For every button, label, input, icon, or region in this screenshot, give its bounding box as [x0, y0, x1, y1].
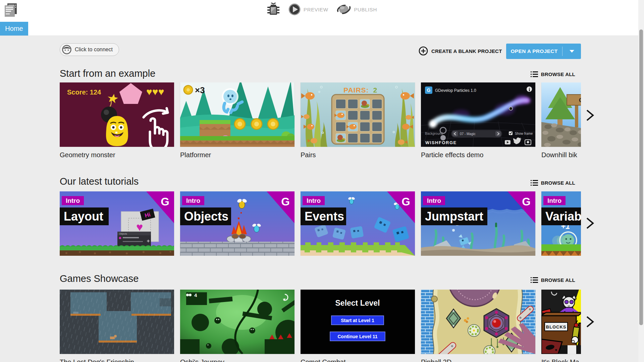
tab-home[interactable]: Home	[0, 22, 28, 36]
events-tutorial-art: G Intro Events	[301, 191, 415, 256]
preset-name: 07 - Magic	[460, 132, 476, 136]
card-thumbnail: G GDevelop Particles 1.0 Background	[421, 82, 535, 147]
tutorial-card-layout[interactable]: ♥ Hi Objects	[60, 191, 174, 256]
tutorial-card-jumpstart[interactable]: G Intro Jumpstart	[421, 191, 535, 256]
vertical-scrollbar-track[interactable]	[638, 0, 644, 362]
gdevelop-logo-icon: G	[281, 195, 290, 208]
particles-art: G GDevelop Particles 1.0 Background	[421, 82, 535, 147]
lives-counter: 4	[194, 292, 197, 298]
example-card-pairs[interactable]: PAIRS: 2	[301, 82, 415, 160]
showcase-card-pinball[interactable]: Pinball 2D	[421, 290, 535, 362]
tab-bar: Home	[0, 19, 644, 36]
card-title: The Lost Dog's Frienship	[60, 358, 174, 362]
example-card-platformer[interactable]: ×3 Platformer	[180, 82, 294, 160]
vertical-scrollbar-thumb[interactable]	[639, 29, 643, 325]
example-card-geometry-monster[interactable]: Score: 124 ♥♥♥	[60, 82, 174, 160]
showcase-card-oshi[interactable]: 4 Oshi's Journey	[180, 290, 294, 362]
examples-browse-all[interactable]: BROWSE ALL	[531, 69, 575, 79]
showcase-card-comet-combat[interactable]: Select Level Start at Level 1 Continue L…	[301, 290, 415, 362]
select-level-title: Select Level	[335, 299, 380, 307]
showcase-card-lost-dog[interactable]: The Lost Dog's Frienship	[60, 290, 174, 362]
showcase-browse-all[interactable]: BROWSE ALL	[531, 275, 575, 285]
connect-label: Click to connect	[75, 47, 113, 53]
tutorials-carousel: ♥ Hi Objects	[60, 191, 581, 256]
background-toggle-dark[interactable]	[440, 135, 446, 140]
downhill-bike-art: G	[541, 82, 581, 147]
continue-level-button[interactable]: Continue Level 11	[330, 332, 385, 341]
card-thumbnail	[60, 290, 174, 354]
pairs-hud-value: 2	[373, 86, 377, 94]
showcase-section-title: Games Showcase	[60, 273, 139, 284]
example-card-downhill-bike[interactable]: G	[541, 82, 581, 160]
card-thumbnail: BLOCKS	[541, 290, 581, 354]
preview-tool[interactable]: PREVIEW	[288, 3, 328, 15]
card-thumbnail: G Intro Jumpstart	[421, 191, 535, 256]
showcase-next-arrow-icon[interactable]	[584, 315, 596, 328]
preset-selector[interactable]	[451, 130, 502, 137]
geometry-monster-art: Score: 124 ♥♥♥	[60, 82, 174, 147]
tutorials-next-arrow-icon[interactable]	[584, 217, 596, 230]
youtube-icon[interactable]	[505, 140, 511, 144]
info-icon[interactable]	[527, 86, 532, 92]
debug-icon[interactable]	[267, 3, 280, 16]
list-icon	[531, 277, 538, 283]
examples-next-arrow-icon[interactable]	[584, 109, 596, 122]
score-text: Score: 124	[67, 88, 101, 96]
card-thumbnail: ×3	[180, 82, 294, 147]
example-card-particle-effects[interactable]: G GDevelop Particles 1.0 Background	[421, 82, 535, 160]
card-title: Oshi's Journey	[180, 358, 294, 362]
card-title: Comet Combat	[301, 358, 415, 362]
top-toolbar: PREVIEW PUBLISH	[0, 0, 644, 19]
tutorial-topic: Events	[305, 209, 344, 223]
drawer-label: BLOCKS	[546, 324, 567, 329]
intro-badge: Intro	[66, 197, 80, 204]
intro-badge: Intro	[307, 197, 321, 204]
layout-tutorial-art: ♥ Hi Objects	[60, 191, 174, 256]
pinball-art	[421, 290, 535, 354]
browse-all-label: BROWSE ALL	[541, 71, 575, 77]
show-frame-checkbox[interactable]	[509, 131, 513, 135]
tutorials-section-title: Our latest tutorials	[60, 176, 139, 187]
card-title: Downhill bik	[541, 151, 581, 159]
chevron-down-icon	[570, 50, 574, 53]
tutorial-card-events[interactable]: G Intro Events	[301, 191, 415, 256]
pairs-hud-label: PAIRS:	[343, 86, 369, 94]
project-manager-icon[interactable]	[4, 3, 17, 17]
card-thumbnail: G	[541, 82, 581, 147]
card-title: Pinball 2D	[421, 358, 535, 362]
tutorial-topic: Objects	[184, 209, 228, 223]
tutorial-card-variables[interactable]: +1 Intro Variab	[541, 191, 581, 256]
browse-all-label: BROWSE ALL	[541, 277, 575, 283]
tutorial-topic: Variab	[545, 209, 581, 223]
tutorial-topic: Jumpstart	[425, 209, 483, 223]
showcase-card-blocks[interactable]: BLOCKS	[541, 290, 581, 362]
variables-tutorial-art: +1 Intro Variab	[541, 191, 581, 256]
create-blank-label: CREATE A BLANK PROJECT	[431, 48, 502, 54]
connect-button[interactable]: Click to connect	[60, 43, 119, 56]
publish-tool[interactable]: PUBLISH	[337, 3, 377, 16]
create-blank-project-button[interactable]: CREATE A BLANK PROJECT	[419, 46, 502, 56]
open-project-button[interactable]: OPEN A PROJECT	[506, 44, 581, 59]
lost-dog-art	[60, 290, 174, 354]
tutorials-browse-all[interactable]: BROWSE ALL	[531, 178, 575, 187]
svg-text:Continue Level 11: Continue Level 11	[337, 334, 377, 339]
browse-all-label: BROWSE ALL	[541, 180, 575, 186]
open-project-dropdown[interactable]	[562, 44, 581, 59]
examples-carousel: Score: 124 ♥♥♥	[60, 82, 581, 160]
studio-logo: WISHFORGE	[425, 140, 457, 145]
card-title: Geometry monster	[60, 151, 174, 159]
gdevelop-logo-icon: G	[161, 195, 169, 208]
plus-circle-icon	[419, 46, 428, 56]
start-level-button[interactable]: Start at Level 1	[331, 316, 384, 325]
card-title: It's Block Ma	[541, 358, 581, 362]
show-frame-label: Show frame	[515, 132, 533, 135]
objects-tutorial-art: G Intro Objects	[180, 191, 294, 256]
gdevelop-logo-letter: G	[427, 87, 431, 93]
tab-home-label: Home	[5, 25, 23, 33]
tutorial-card-objects[interactable]: G Intro Objects	[180, 191, 294, 256]
bumper	[484, 346, 495, 354]
objects-panel: Objects	[119, 233, 127, 235]
hearts-icon: ♥♥♥	[146, 86, 164, 97]
card-thumbnail: G Intro Objects	[180, 191, 294, 256]
heart-sprite: ♥	[136, 221, 143, 233]
